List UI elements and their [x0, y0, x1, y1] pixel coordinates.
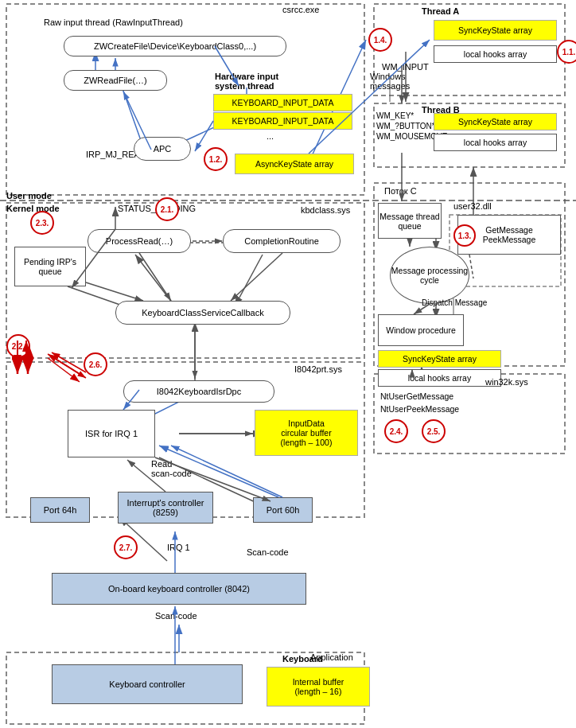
svg-line-56 [139, 253, 171, 301]
read-scancode-label: Readscan-code [151, 459, 192, 478]
circle-14: 1.4. [368, 28, 392, 52]
circle-21: 2.1. [155, 197, 179, 221]
circle-26: 2.6. [84, 352, 107, 376]
processread-box: ProcessRead(…) [88, 229, 191, 253]
kbdclass-label: kbdclass.sys [301, 205, 350, 215]
svg-line-74 [52, 356, 86, 378]
scancode2-label: Scan-code [155, 611, 197, 621]
diagram: csrcc.exe Raw input thread (RawInputThre… [0, 0, 576, 728]
completionroutine-box: CompletionRoutine [223, 229, 341, 253]
ntusergetmessage-label: NtUserGetMessage [380, 391, 453, 401]
pending-irps-box: Pending IRP's queue [14, 247, 86, 286]
i8042isrdpc-box: I8042KeyboardIsrDpc [123, 380, 274, 403]
message-processing-box: Message processing cycle [390, 247, 469, 304]
local-hooks-c-box: local hooks array [378, 369, 501, 387]
windows-messages-label: Windowsmessages [370, 72, 410, 91]
thread-a-label: Thread A [422, 6, 459, 16]
potok-c-label: Поток С [384, 186, 417, 196]
isr-irq1-box: ISR for IRQ 1 [68, 410, 155, 457]
svg-line-23 [235, 255, 263, 306]
keyboard-label: Keyboard [282, 654, 323, 664]
svg-line-24 [135, 255, 175, 306]
csrcc-label: csrcc.exe [282, 5, 319, 14]
user32-label: user32.dll [453, 201, 492, 211]
wm-input-label: WM_INPUT [382, 62, 429, 72]
keyboard-class-callback-box: KeyboardClassServiceCallback [115, 301, 290, 325]
message-queue-box: Message thread queue [378, 203, 442, 239]
circle-27: 2.7. [114, 535, 138, 559]
onboard-controller-box: On-board keyboard controller (8042) [52, 573, 306, 605]
circle-22: 2.2. [6, 334, 30, 358]
raw-input-thread-label: Raw input thread (RawInputThread) [44, 18, 183, 27]
dots-label: ... [267, 131, 274, 141]
svg-line-38 [48, 354, 80, 374]
circle-25: 2.5. [422, 419, 446, 443]
interrupt-controller-box: Interrupt's controller (8259) [118, 492, 213, 524]
dispatch-message-label: Dispatch Message [422, 298, 487, 307]
kernel-mode-label: Kernel mode [6, 204, 60, 213]
circle-23: 2.3. [30, 211, 54, 235]
local-hooks-a-box: local hooks array [434, 45, 557, 63]
zwcreatefile-box: ZWCreateFile\Device\KeyboardClass0,...) [64, 36, 286, 56]
wm-key-label: WM_KEY* [376, 111, 414, 120]
synckey-a-box: SyncKeyState array [434, 20, 557, 41]
internal-buffer-box: Internal buffer (length – 16) [267, 667, 370, 707]
svg-line-50 [195, 121, 213, 151]
keyboard-input-data1-box: KEYBOARD_INPUT_DATA [213, 94, 352, 111]
hardware-input-label: Hardware inputsystem thread [215, 72, 278, 91]
wm-button-label: WM_?BUTTON* [376, 122, 435, 130]
circle-13: 1.3. [453, 224, 476, 247]
ntuserpeekmessage-label: NtUserPeekMessage [380, 404, 459, 414]
window-procedure-box: Window procedure [378, 314, 464, 346]
keyboard-input-data2-box: KEYBOARD_INPUT_DATA [213, 112, 352, 130]
win32k-label: win32k.sys [485, 377, 528, 387]
apc-box: APC [134, 137, 191, 161]
zwreadfile-box: ZWReadFile(…) [64, 70, 167, 91]
irq1-label: IRQ 1 [167, 543, 190, 552]
circle-24: 2.4. [384, 419, 408, 443]
asynckeystate-box: AsyncKeyState array [235, 154, 354, 174]
svg-line-75 [52, 352, 86, 372]
svg-line-55 [231, 253, 282, 301]
synckey-b-box: SyncKeyState array [434, 113, 557, 130]
circle-12: 1.2. [204, 147, 228, 171]
svg-line-57 [86, 282, 143, 301]
port64h-box: Port 64h [30, 497, 90, 523]
i8042prt-label: I8042prt.sys [294, 364, 342, 374]
svg-line-37 [48, 358, 80, 382]
inputdata-buffer-box: InputData circular buffer (length – 100) [255, 410, 358, 456]
scancode1-label: Scan-code [247, 547, 289, 557]
local-hooks-b-box: local hooks array [434, 134, 557, 151]
synckey-c-box: SyncKeyState array [378, 350, 501, 368]
keyboard-controller-box: Keyboard controller [52, 664, 243, 704]
circle-11: 1.1. [557, 40, 576, 64]
port60h-box: Port 60h [253, 497, 313, 523]
svg-line-70 [469, 255, 473, 278]
user-mode-label: User mode [6, 191, 52, 200]
